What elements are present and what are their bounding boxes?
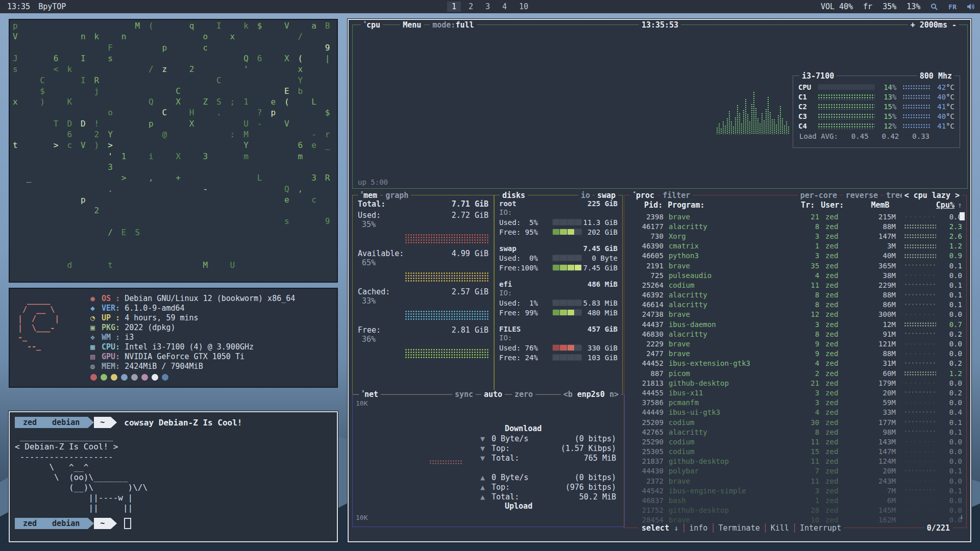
io-tab[interactable]: io xyxy=(578,191,593,200)
process-row[interactable]: 46390cmatrix1zed3M1.2 xyxy=(624,241,966,251)
terminate-button[interactable]: Terminate xyxy=(715,523,763,533)
matrix-char: M xyxy=(203,261,208,269)
prompt-path: ~ xyxy=(94,518,111,529)
process-cpu-graph xyxy=(904,263,936,268)
process-memory: 147M xyxy=(861,232,896,240)
matrix-char: L xyxy=(257,174,262,182)
process-name: pulseaudio xyxy=(669,271,784,280)
speaker-icon[interactable] xyxy=(967,3,975,10)
prompt-line[interactable]: zed debian ~ xyxy=(15,517,332,530)
process-row[interactable]: 46177alacritty8zed88M2.3 xyxy=(624,221,966,231)
process-row[interactable]: 44430polybar7zed20M0.1 xyxy=(624,466,966,476)
magnifier-icon[interactable] xyxy=(930,3,938,11)
process-row[interactable]: 730Xorg3zed147M2.6 xyxy=(624,231,966,241)
bpytop-window[interactable]: ¹cpu Menu mode:full 13:35:53 + 2000ms - … xyxy=(348,19,971,542)
matrix-char: . xyxy=(108,185,113,193)
matrix-char: 6 xyxy=(298,141,303,149)
process-row[interactable]: 2372brave11zed243M0.0 xyxy=(624,476,966,486)
process-row[interactable]: 24738brave12zed300M0.0 xyxy=(624,310,966,319)
process-row[interactable]: 2229brave9zed121M0.0 xyxy=(624,339,966,348)
color-dot xyxy=(121,374,128,381)
per-core-toggle[interactable]: per-core xyxy=(798,191,840,200)
process-row[interactable]: 25209codium30zed177M0.1 xyxy=(624,417,966,427)
process-row[interactable]: 44452ibus-extension-gtk34zed31M0.2 xyxy=(624,359,966,368)
core-mini-graph xyxy=(818,104,875,110)
process-row[interactable]: 46830alacritty8zed91M0.2 xyxy=(624,329,966,339)
interval-control[interactable]: + 2000ms - xyxy=(908,20,959,30)
interrupt-button[interactable]: Interrupt xyxy=(797,523,844,533)
process-row[interactable]: 21837github-desktop11zed124M0.0 xyxy=(624,457,966,466)
matrix-char: J xyxy=(13,55,18,63)
process-row[interactable]: 21752github-desktop28zed145M0.0 xyxy=(624,506,966,515)
col-cpu[interactable]: Cpu% xyxy=(929,201,954,210)
net-stat-value: (1.57 Kibps) xyxy=(561,444,616,453)
disks-tab[interactable]: disks xyxy=(500,191,528,200)
col-memory[interactable]: MemB xyxy=(855,201,889,210)
info-button[interactable]: info xyxy=(686,523,710,533)
workspace-4[interactable]: 4 xyxy=(498,2,511,12)
keyboard-layout[interactable]: FR xyxy=(948,3,957,11)
process-row[interactable]: 46837bash1zed6M0.0 xyxy=(624,495,966,505)
col-pid[interactable]: Pid: xyxy=(628,201,663,210)
disk-meter xyxy=(552,255,582,261)
sort-selector[interactable]: < cpu lazy > xyxy=(902,191,962,200)
process-user: zed xyxy=(825,330,861,338)
cpu-box-title[interactable]: ¹cpu xyxy=(361,20,383,30)
process-row[interactable]: 725pulseaudio4zed38M0.0 xyxy=(624,270,966,280)
fetch-info-line: ❖WM : i3 xyxy=(90,333,295,342)
scrollbar-thumb[interactable] xyxy=(960,212,965,220)
volume-indicator[interactable]: VOL 40% xyxy=(821,2,853,11)
process-row[interactable]: 46392alacritty8zed88M0.1 xyxy=(624,290,966,300)
process-row[interactable]: 21813github-desktop21zed179M0.0 xyxy=(624,378,966,388)
scroll-down-icon[interactable]: ↓ xyxy=(960,512,964,520)
process-row[interactable]: 44542ibus-engine-simple3zed7M0.1 xyxy=(624,486,966,495)
process-row[interactable]: 44455ibus-x113zed20M0.2 xyxy=(624,388,966,397)
process-row[interactable]: 25264codium11zed229M0.1 xyxy=(624,280,966,290)
workspace-1[interactable]: 1 xyxy=(447,2,461,12)
menu-button[interactable]: Menu xyxy=(400,20,424,30)
cmatrix-terminal[interactable]: pM(qIk$VaBVnknox/Fpc9J6IsQ6X(|s<k/z2'xCI… xyxy=(9,19,338,283)
col-user[interactable]: User: xyxy=(821,201,855,210)
process-row[interactable]: 37586pcmanfm3zed59M0.0 xyxy=(624,398,966,408)
process-row[interactable]: 887picom2zed60M1.2 xyxy=(624,368,966,378)
col-program[interactable]: Program: xyxy=(668,201,780,210)
matrix-char: Q xyxy=(149,98,154,106)
process-row[interactable]: 44449ibus-ui-gtk34zed33M0.4 xyxy=(624,408,966,417)
graph-tab[interactable]: graph xyxy=(383,191,411,200)
process-row[interactable]: 2191brave35zed365M0.1 xyxy=(624,261,966,270)
cowsay-terminal[interactable]: zed debian ~ cowsay Debian-Z Is Cool! __… xyxy=(9,411,338,542)
cpu-graph-bar xyxy=(753,91,754,134)
process-cpu: 0.0 xyxy=(936,340,962,348)
matrix-char: k xyxy=(94,33,100,41)
net-stat-line: ▼Total:765 MiB xyxy=(480,453,616,463)
cpu-graph-bar xyxy=(720,128,722,134)
matrix-char: _ xyxy=(27,174,32,182)
process-row[interactable]: 2477brave9zed88M0.0 xyxy=(624,349,966,359)
mode-toggle[interactable]: mode:full xyxy=(430,20,476,30)
filter-button[interactable]: filter xyxy=(660,191,693,200)
disk-entry: efi486 MiBIO:Used: 1%5.83 MiBFree: 99%48… xyxy=(499,279,618,317)
mem-box: ²mem graph Total:7.71 GiB Used:2.72 GiB3… xyxy=(352,195,494,395)
workspace-2[interactable]: 2 xyxy=(464,2,478,12)
process-row[interactable]: 44437ibus-daemon3zed12M0.7 xyxy=(624,319,966,329)
process-row[interactable]: 46614alacritty8zed86M0.1 xyxy=(624,300,966,310)
sync-button[interactable]: sync xyxy=(452,390,476,399)
fetch-terminal[interactable]: _____ / __ \| / || \___--_ --_ ◉OS : Deb… xyxy=(9,288,338,388)
process-row[interactable]: 46605python33zed40M0.9 xyxy=(624,251,966,261)
process-row[interactable]: 25290codium11zed143M0.0 xyxy=(624,437,966,446)
workspace-10[interactable]: 10 xyxy=(514,2,533,12)
auto-button[interactable]: auto xyxy=(481,390,505,399)
interface-switcher[interactable]: <b enp2s0 n> xyxy=(561,390,621,399)
workspace-3[interactable]: 3 xyxy=(481,2,495,12)
kill-button[interactable]: Kill xyxy=(768,523,792,533)
terminal-cursor[interactable] xyxy=(124,518,131,529)
reverse-toggle[interactable]: reverse xyxy=(843,191,880,200)
zero-button[interactable]: zero xyxy=(512,390,535,399)
process-row[interactable]: 25305codium15zed147M0.0 xyxy=(624,447,966,457)
process-row[interactable]: 42765alacritty8zed98M0.1 xyxy=(624,427,966,437)
col-threads[interactable]: Tr: xyxy=(780,201,815,210)
swap-tab[interactable]: swap xyxy=(595,191,618,200)
matrix-char: r xyxy=(325,131,330,139)
process-row[interactable]: 2398brave21zed215M0.0 xyxy=(624,212,966,221)
select-button[interactable]: select ↓ xyxy=(639,523,681,533)
